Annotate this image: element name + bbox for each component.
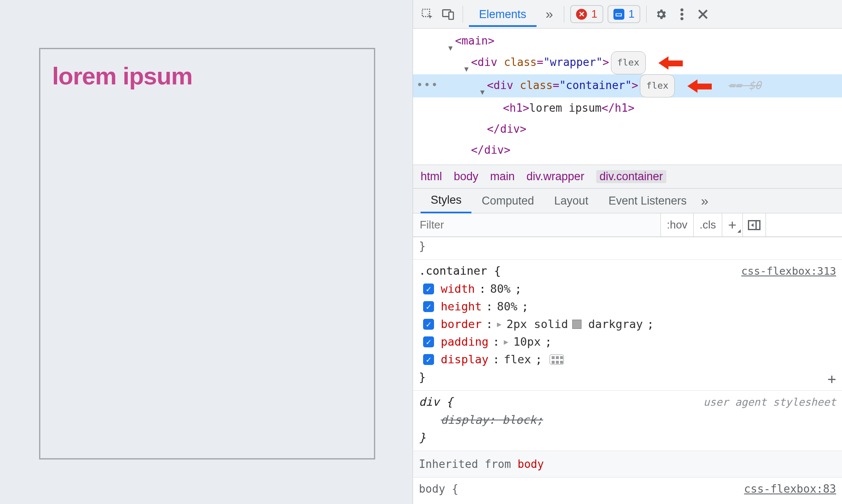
- css-declaration[interactable]: ✓display: flex;: [441, 351, 836, 368]
- dom-breadcrumb: html body main div.wrapper div.container: [413, 165, 842, 188]
- expand-icon[interactable]: ▶: [497, 315, 502, 333]
- rule-source-link[interactable]: css-flexbox:83: [744, 480, 836, 498]
- tab-event-listeners[interactable]: Event Listeners: [598, 189, 697, 213]
- close-devtools-icon[interactable]: [695, 6, 711, 23]
- styles-tabs: Styles Computed Layout Event Listeners »: [413, 188, 842, 213]
- dom-node-h1[interactable]: <h1>lorem ipsum</h1>: [413, 97, 842, 118]
- device-toggle-icon[interactable]: [440, 6, 457, 23]
- devtools-panel: Elements » ✕ 1 ▭ 1 ▼<main> ▼<div class="…: [413, 0, 842, 504]
- decl-toggle-checkbox[interactable]: ✓: [423, 319, 434, 330]
- rendered-heading: lorem ipsum: [52, 62, 362, 90]
- page-preview: lorem ipsum: [0, 0, 413, 504]
- breadcrumb-item[interactable]: div.wrapper: [526, 170, 584, 183]
- selected-node-marker: == $0: [729, 79, 761, 92]
- rule-truncated: }: [413, 237, 842, 260]
- styles-toolbar: :hov .cls +: [413, 213, 842, 237]
- message-icon: ▭: [613, 9, 624, 20]
- styles-filter-input[interactable]: [413, 213, 661, 236]
- dom-node-wrapper[interactable]: ▼<div class="wrapper">flex: [413, 51, 842, 74]
- rule-selector[interactable]: div {: [419, 393, 453, 411]
- decl-toggle-checkbox[interactable]: ✓: [423, 354, 434, 365]
- flex-editor-icon[interactable]: [550, 354, 564, 365]
- rule-container[interactable]: .container { css-flexbox:313 ✓width: 80%…: [413, 260, 842, 391]
- breadcrumb-item[interactable]: main: [490, 170, 515, 183]
- rule-source-link[interactable]: css-flexbox:313: [741, 262, 836, 280]
- inherited-from-bar: Inherited from body: [413, 451, 842, 478]
- style-rules: } .container { css-flexbox:313 ✓width: 8…: [413, 237, 842, 504]
- toggle-sidebar-icon[interactable]: [743, 213, 766, 236]
- color-swatch-icon[interactable]: [572, 320, 582, 329]
- inherited-from-selector[interactable]: body: [518, 458, 544, 470]
- errors-count: 1: [591, 8, 597, 21]
- new-style-rule-button[interactable]: +: [722, 213, 743, 236]
- toggle-cls[interactable]: .cls: [694, 213, 722, 236]
- annotation-arrow-icon: [687, 80, 712, 92]
- tab-styles[interactable]: Styles: [421, 189, 472, 213]
- css-declaration[interactable]: ✓padding: ▶10px;: [441, 333, 836, 351]
- ellipsis-icon[interactable]: •••: [416, 74, 439, 95]
- add-declaration-button[interactable]: +: [828, 370, 836, 388]
- flex-badge[interactable]: flex: [611, 51, 646, 74]
- error-icon: ✕: [576, 9, 587, 20]
- svg-point-3: [681, 8, 684, 11]
- toggle-hov[interactable]: :hov: [661, 213, 694, 236]
- flex-badge[interactable]: flex: [640, 74, 675, 97]
- css-declaration[interactable]: ✓border: ▶2px solid darkgray;: [441, 315, 836, 333]
- devtools-toolbar: Elements » ✕ 1 ▭ 1: [413, 0, 842, 29]
- tab-computed[interactable]: Computed: [471, 189, 544, 213]
- rule-source-label: user agent stylesheet: [703, 394, 836, 411]
- toolbar-separator: [646, 6, 647, 23]
- tab-elements[interactable]: Elements: [469, 2, 537, 26]
- svg-rect-2: [449, 12, 453, 19]
- breadcrumb-item[interactable]: body: [454, 170, 479, 183]
- errors-badge[interactable]: ✕ 1: [570, 5, 603, 23]
- decl-toggle-checkbox[interactable]: ✓: [423, 336, 434, 347]
- rule-body-peek[interactable]: body { css-flexbox:83: [413, 478, 842, 498]
- toolbar-separator: [564, 6, 564, 23]
- dom-node-close[interactable]: </div>: [413, 139, 842, 160]
- inspect-icon[interactable]: [419, 6, 436, 23]
- decl-toggle-checkbox[interactable]: ✓: [423, 301, 434, 312]
- tab-layout[interactable]: Layout: [544, 189, 598, 213]
- css-declaration[interactable]: ✓width: 80%;: [441, 280, 836, 298]
- dom-node-close[interactable]: </div>: [413, 118, 842, 139]
- breadcrumb-item[interactable]: html: [421, 170, 442, 183]
- dom-node-main[interactable]: ▼<main>: [413, 30, 842, 51]
- kebab-menu-icon[interactable]: [674, 6, 690, 23]
- dom-tree[interactable]: ▼<main> ▼<div class="wrapper">flex •••▼<…: [413, 29, 842, 165]
- css-declaration[interactable]: ✓height: 80%;: [441, 298, 836, 315]
- rendered-container: lorem ipsum: [39, 48, 375, 459]
- settings-icon[interactable]: [653, 6, 669, 23]
- toolbar-separator: [463, 6, 463, 23]
- styles-tabs-overflow-icon[interactable]: »: [701, 193, 708, 209]
- rule-div-ua[interactable]: div { user agent stylesheet display: blo…: [413, 391, 842, 451]
- messages-count: 1: [629, 8, 634, 21]
- css-declaration-overridden[interactable]: display: block;: [441, 411, 836, 429]
- decl-toggle-checkbox[interactable]: ✓: [423, 284, 434, 294]
- rule-selector[interactable]: .container {: [419, 262, 501, 280]
- expand-icon[interactable]: ▶: [504, 333, 508, 351]
- annotation-arrow-icon: [658, 57, 683, 69]
- svg-rect-0: [422, 9, 429, 16]
- svg-point-5: [681, 17, 684, 20]
- messages-badge[interactable]: ▭ 1: [608, 5, 640, 23]
- svg-point-4: [681, 13, 684, 16]
- svg-rect-6: [748, 220, 760, 229]
- dom-node-container[interactable]: •••▼<div class="container">flex== $0: [413, 74, 842, 97]
- tabs-overflow-icon[interactable]: »: [541, 6, 558, 22]
- breadcrumb-item-current[interactable]: div.container: [596, 170, 666, 183]
